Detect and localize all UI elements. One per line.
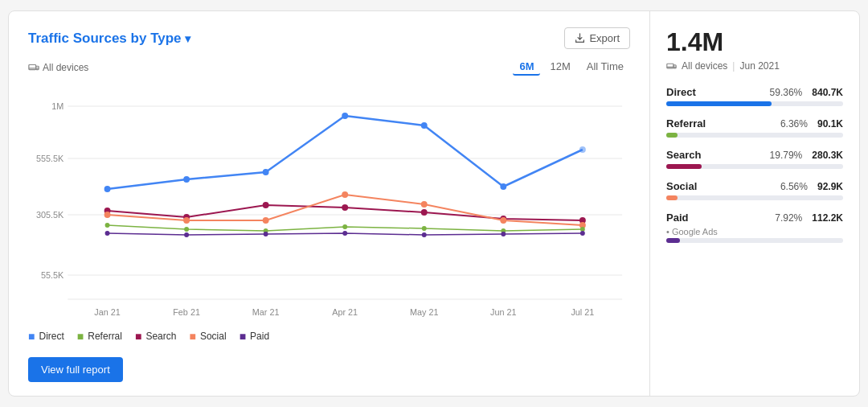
svg-point-50 xyxy=(342,231,347,236)
svg-point-51 xyxy=(422,232,427,237)
svg-rect-0 xyxy=(29,64,36,69)
svg-text:Apr 21: Apr 21 xyxy=(332,307,358,317)
metric-social: Social 6.56% 92.9K xyxy=(666,180,843,200)
svg-point-22 xyxy=(342,113,348,119)
svg-point-49 xyxy=(264,232,268,236)
svg-point-24 xyxy=(500,183,506,190)
chart-header: Traffic Sources by Type ▾ Export xyxy=(28,27,630,49)
svg-text:Jul 21: Jul 21 xyxy=(571,307,594,317)
svg-point-33 xyxy=(104,212,111,218)
tab-alltime[interactable]: All Time xyxy=(580,59,630,76)
svg-point-37 xyxy=(421,201,428,208)
svg-point-25 xyxy=(579,146,586,153)
svg-text:Feb 21: Feb 21 xyxy=(173,307,200,317)
total-number: 1.4M xyxy=(666,27,843,57)
tab-6m[interactable]: 6M xyxy=(513,59,540,76)
svg-point-35 xyxy=(263,217,269,224)
time-tabs: 6M 12M All Time xyxy=(513,59,630,76)
svg-text:May 21: May 21 xyxy=(410,307,439,317)
right-date: Jun 2021 xyxy=(739,60,779,72)
svg-point-40 xyxy=(105,223,110,228)
svg-point-44 xyxy=(422,226,427,231)
svg-text:Jan 21: Jan 21 xyxy=(94,307,121,317)
svg-point-30 xyxy=(421,209,428,216)
svg-text:Mar 21: Mar 21 xyxy=(252,307,280,317)
devices-label: All devices xyxy=(28,62,88,73)
title-text: Traffic Sources by xyxy=(28,31,146,46)
legend-social[interactable]: ■ Social xyxy=(189,330,226,343)
sub-header: All devices 6M 12M All Time xyxy=(28,59,630,76)
svg-point-41 xyxy=(184,227,189,232)
chart-svg: 1M 555.5K 305.5K 55.5K Jan 21 Feb 21 Mar… xyxy=(28,82,630,323)
devices-icon-right xyxy=(666,61,677,72)
svg-point-36 xyxy=(342,191,348,198)
svg-point-43 xyxy=(342,224,347,229)
tab-12m[interactable]: 12M xyxy=(543,59,576,76)
export-button[interactable]: Export xyxy=(564,27,630,49)
left-panel: Traffic Sources by Type ▾ Export xyxy=(9,11,650,396)
svg-point-19 xyxy=(104,186,111,192)
legend-direct[interactable]: ■ Direct xyxy=(28,330,64,343)
metric-referral: Referral 6.36% 90.1K xyxy=(666,117,843,138)
export-icon xyxy=(575,33,585,43)
svg-point-48 xyxy=(184,232,189,237)
svg-text:55.5K: 55.5K xyxy=(41,270,64,280)
main-card: Traffic Sources by Type ▾ Export xyxy=(8,10,860,397)
chart-area: 1M 555.5K 305.5K 55.5K Jan 21 Feb 21 Mar… xyxy=(28,82,630,323)
metric-paid: Paid 7.92% 112.2K • Google Ads xyxy=(666,212,843,243)
paid-note: • Google Ads xyxy=(666,227,843,236)
svg-text:305.5K: 305.5K xyxy=(36,210,64,220)
svg-point-28 xyxy=(263,202,269,208)
devices-icon xyxy=(28,62,39,73)
svg-point-34 xyxy=(183,217,190,224)
right-panel: 1.4M All devices | Jun 2021 Direct 59.36… xyxy=(650,11,859,396)
title-highlight[interactable]: Type ▾ xyxy=(150,31,190,46)
metric-search: Search 19.79% 280.3K xyxy=(666,149,843,169)
chart-title: Traffic Sources by Type ▾ xyxy=(28,31,190,47)
svg-point-38 xyxy=(500,217,506,224)
svg-point-23 xyxy=(421,122,428,129)
legend-paid[interactable]: ■ Paid xyxy=(240,330,270,343)
view-full-report-button[interactable]: View full report xyxy=(28,357,123,382)
svg-point-29 xyxy=(342,204,348,211)
svg-rect-54 xyxy=(667,64,674,68)
svg-point-20 xyxy=(183,176,190,183)
metric-direct: Direct 59.36% 840.7K xyxy=(666,86,843,106)
svg-text:555.5K: 555.5K xyxy=(36,154,64,163)
svg-point-47 xyxy=(105,231,110,236)
svg-text:1M: 1M xyxy=(51,101,63,111)
right-devices: All devices xyxy=(682,60,727,72)
right-subtitle: All devices | Jun 2021 xyxy=(666,60,843,72)
legend-referral[interactable]: ■ Referral xyxy=(77,330,122,343)
svg-text:Jun 21: Jun 21 xyxy=(490,307,517,317)
legend-search[interactable]: ■ Search xyxy=(135,330,177,343)
svg-point-53 xyxy=(580,231,585,236)
svg-point-52 xyxy=(501,232,506,236)
chart-legend: ■ Direct ■ Referral ■ Search ■ Social ■ … xyxy=(28,330,630,343)
svg-point-21 xyxy=(263,169,269,175)
